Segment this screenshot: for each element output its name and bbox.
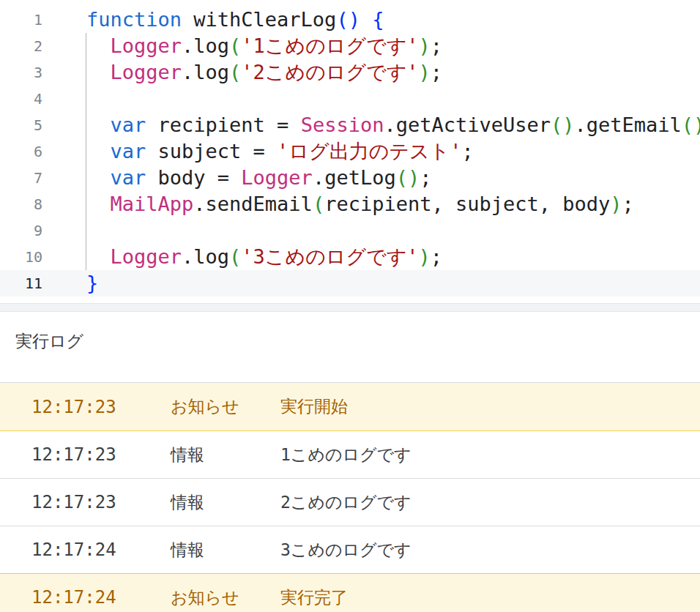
code-token: ) [562,113,574,136]
code-line[interactable]: 7 var body = Logger.getLog(); [0,165,700,191]
code-token: ; [622,193,634,215]
code-line[interactable]: 9 [0,217,700,244]
log-panel-title: 実行ログ [15,329,700,353]
code-token: function [86,8,182,31]
code-token: ( [229,61,241,83]
code-editor[interactable]: 1 function withClearLog() { 2 Logger.log… [0,0,700,303]
code-line[interactable]: 5 var recipient = Session.getActiveUser(… [0,112,700,138]
code-token [360,8,372,31]
code-token: { [372,8,384,31]
code-line[interactable]: 3 Logger.log('2こめのログです'); [0,59,700,86]
log-message: 実行完了 [249,586,700,609]
code-token [86,245,111,268]
code-token: recipient = [146,113,300,136]
log-level: お知らせ [139,395,249,418]
code-token: Logger [111,34,182,57]
code-token: ) [408,166,420,189]
panel-splitter[interactable] [0,303,700,312]
line-number[interactable]: 1 [0,7,42,33]
code-text: Logger.log('1こめのログです'); [86,33,442,59]
code-token: .sendEmail [193,193,313,215]
code-line[interactable]: 11 } [0,270,700,296]
code-token: var [111,140,146,163]
code-token: Logger [111,61,182,83]
line-number[interactable]: 8 [0,191,42,217]
line-number[interactable]: 9 [0,217,42,244]
code-token: 'ログ出力のテスト' [277,140,461,163]
log-time: 12:17:24 [0,587,139,608]
line-number[interactable]: 11 [0,270,42,296]
code-text: MailApp.sendEmail(recipient, subject, bo… [86,191,634,217]
code-token: '1こめのログです' [241,34,418,57]
log-time: 12:17:24 [0,540,139,560]
code-token: ; [431,34,442,57]
log-panel-header: 実行ログ [0,312,700,382]
code-text: var body = Logger.getLog(); [86,165,431,191]
code-line[interactable]: 2 Logger.log('1こめのログです'); [0,33,700,59]
code-token: ( [229,34,241,57]
code-token: .getEmail [575,113,682,136]
log-message: 実行開始 [249,395,700,418]
code-token: ( [336,8,348,31]
line-number[interactable]: 5 [0,112,42,138]
code-token [86,193,111,215]
line-number[interactable]: 10 [0,244,42,270]
log-row: 12:17:24 お知らせ 実行完了 [0,573,700,612]
code-text: Logger.log('2こめのログです'); [86,59,442,86]
code-text: var subject = 'ログ出力のテスト'; [86,138,474,165]
code-token: ( [229,245,241,268]
code-token: .getActiveUser [384,113,551,136]
code-token: .log [182,245,229,268]
apps-script-ide: 1 function withClearLog() { 2 Logger.log… [0,0,700,612]
line-number[interactable]: 2 [0,33,42,59]
code-line[interactable]: 10 Logger.log('3こめのログです'); [0,244,700,270]
code-token: withClearLog [182,8,336,31]
code-token [86,61,111,83]
code-token: Session [301,113,384,136]
line-number[interactable]: 4 [0,86,42,112]
line-number[interactable]: 3 [0,59,42,86]
code-token: ; [420,166,431,189]
code-token: recipient, subject, body [324,193,610,215]
code-token: subject = [146,140,277,163]
code-token: ) [610,193,622,215]
code-text: var recipient = Session.getActiveUser().… [86,112,700,138]
code-token [86,166,111,189]
code-text: } [86,270,98,296]
code-text: function withClearLog() { [86,7,384,33]
log-row: 12:17:23 情報 1こめのログです [0,430,700,478]
code-line[interactable]: 4 [0,86,700,112]
code-token: ) [349,8,360,31]
code-token: MailApp [111,193,194,215]
code-lines: 1 function withClearLog() { 2 Logger.log… [0,7,700,296]
log-level: お知らせ [139,586,249,609]
code-token: ( [682,113,693,136]
code-token: var [111,113,146,136]
line-number[interactable]: 6 [0,138,42,165]
code-line[interactable]: 1 function withClearLog() { [0,7,700,33]
code-line[interactable]: 6 var subject = 'ログ出力のテスト'; [0,138,700,165]
log-table: 12:17:23 お知らせ 実行開始 12:17:23 情報 1こめのログです … [0,382,700,612]
code-text: Logger.log('3こめのログです'); [86,244,442,270]
code-token: ; [431,245,442,268]
code-token: ) [419,61,431,83]
log-message: 3こめのログです [249,539,700,561]
log-time: 12:17:23 [0,492,139,512]
log-time: 12:17:23 [0,444,139,465]
line-number[interactable]: 7 [0,165,42,191]
code-line[interactable]: 8 MailApp.sendEmail(recipient, subject, … [0,191,700,217]
code-token: var [111,166,146,189]
code-token: ) [693,113,700,136]
code-token [86,34,111,57]
code-token: ) [419,34,431,57]
code-token [86,140,111,163]
log-message: 2こめのログです [249,491,700,514]
log-level: 情報 [139,491,249,514]
code-token: ( [313,193,324,215]
code-token [86,113,111,136]
code-token: ( [551,113,562,136]
code-token: ( [396,166,408,189]
log-message: 1こめのログです [249,444,700,466]
log-level: 情報 [139,444,249,466]
log-row: 12:17:23 情報 2こめのログです [0,478,700,526]
